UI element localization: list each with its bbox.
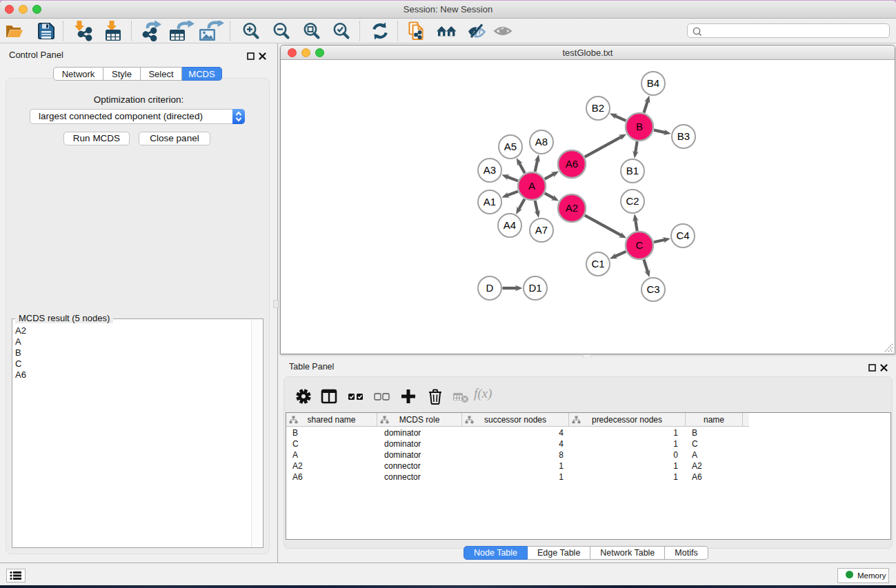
svg-text:A3: A3 [484, 164, 496, 176]
svg-text:A2: A2 [566, 202, 578, 214]
svg-text:B3: B3 [677, 130, 690, 142]
svg-text:B4: B4 [647, 77, 659, 89]
svg-text:D1: D1 [528, 282, 541, 294]
svg-text:A6: A6 [566, 158, 578, 170]
svg-text:A7: A7 [535, 224, 548, 236]
svg-text:A: A [528, 180, 535, 192]
svg-text:B1: B1 [626, 165, 639, 176]
svg-text:A8: A8 [535, 136, 548, 148]
svg-text:C1: C1 [591, 258, 604, 270]
svg-text:C2: C2 [626, 195, 639, 207]
svg-text:C: C [636, 239, 644, 251]
svg-text:A5: A5 [504, 141, 517, 152]
svg-text:C4: C4 [676, 230, 689, 241]
svg-text:D: D [486, 282, 494, 294]
svg-text:C3: C3 [646, 283, 659, 295]
svg-text:B2: B2 [592, 102, 604, 114]
svg-text:A1: A1 [484, 196, 496, 207]
svg-text:A4: A4 [504, 219, 516, 231]
svg-text:B: B [636, 121, 643, 132]
